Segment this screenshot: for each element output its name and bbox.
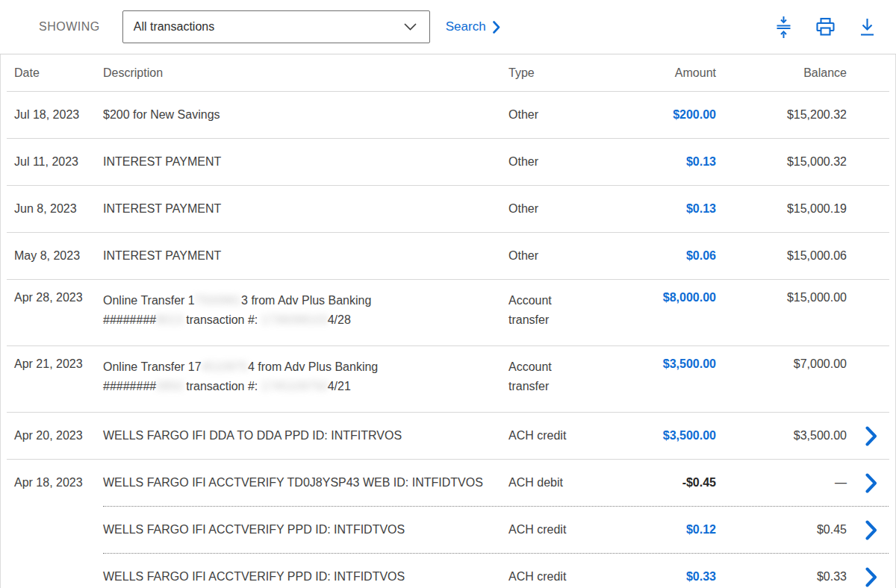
redacted-text: 7500981 — [195, 294, 241, 307]
redacted-text: 1745109750 — [261, 380, 328, 392]
transaction-balance: $7,000.00 — [716, 346, 847, 371]
download-button[interactable] — [858, 17, 877, 37]
search-link[interactable]: Search — [446, 19, 500, 34]
redacted-text: 4510975 — [202, 360, 248, 373]
table-header: DateDescriptionTypeAmountBalance — [1, 54, 895, 91]
transaction-chevron-cell — [847, 92, 895, 138]
redacted-text: 1736098103 — [261, 313, 328, 326]
transaction-type: ACH credit — [508, 567, 583, 587]
transaction-balance: $15,200.32 — [716, 108, 847, 122]
transaction-amount: $200.00 — [583, 108, 716, 122]
transaction-detail-button[interactable] — [865, 426, 877, 446]
transaction-date: Jul 18, 2023 — [1, 108, 103, 122]
transaction-detail-button[interactable] — [865, 520, 877, 540]
transactions-page: SHOWING All transactions Search — [0, 0, 896, 588]
transaction-balance: $15,000.00 — [716, 280, 847, 304]
transaction-chevron-cell — [847, 346, 895, 412]
transaction-type: ACH credit — [508, 426, 583, 445]
chevron-right-icon — [865, 567, 877, 587]
filter-selected-value: All transactions — [134, 20, 215, 34]
transaction-description: INTEREST PAYMENT — [103, 152, 508, 172]
transaction-amount: $3,500.00 — [583, 346, 716, 371]
transaction-type: Other — [508, 105, 583, 125]
transaction-amount: $0.12 — [583, 523, 716, 537]
collapse-rows-button[interactable] — [774, 16, 793, 39]
transaction-amount: $3,500.00 — [583, 429, 716, 442]
chevron-right-icon — [865, 426, 877, 446]
transaction-amount: $0.13 — [583, 202, 716, 216]
transaction-type: Account transfer — [508, 346, 583, 396]
print-icon — [815, 17, 836, 37]
transaction-description: Online Transfer 175009813 from Adv Plus … — [103, 280, 508, 330]
transaction-description: INTEREST PAYMENT — [103, 246, 508, 266]
transactions-filter-dropdown[interactable]: All transactions — [122, 10, 430, 43]
transaction-row: Apr 21, 2023Online Transfer 1745109754 f… — [1, 346, 895, 412]
column-header-type: Type — [508, 66, 583, 80]
transaction-balance: $15,000.32 — [716, 155, 847, 169]
transactions-toolbar: SHOWING All transactions Search — [0, 0, 896, 54]
download-icon — [858, 17, 877, 37]
chevron-down-icon — [404, 23, 417, 31]
transaction-detail-button[interactable] — [865, 567, 877, 587]
transaction-amount: $0.13 — [583, 155, 716, 169]
transaction-chevron-cell — [847, 460, 895, 506]
transaction-detail-button[interactable] — [865, 473, 877, 493]
transaction-type: ACH credit — [508, 520, 583, 539]
transaction-date: May 8, 2023 — [1, 249, 103, 263]
transaction-row: Apr 28, 2023Online Transfer 175009813 fr… — [1, 280, 895, 345]
transaction-row: Apr 18, 2023WELLS FARGO IFI ACCTVERIFY T… — [1, 460, 895, 506]
transaction-type: Other — [508, 199, 583, 219]
column-header-balance: Balance — [716, 66, 847, 80]
transaction-type: ACH debit — [508, 473, 583, 492]
transaction-description: WELLS FARGO IFI ACCTVERIFY TD0J8YSP43 WE… — [103, 473, 508, 492]
transaction-type: Other — [508, 246, 583, 266]
transaction-chevron-cell — [847, 280, 895, 345]
transaction-row: Jul 18, 2023$200 for New SavingsOther$20… — [1, 92, 895, 138]
transaction-chevron-cell — [847, 186, 895, 232]
transaction-chevron-cell — [847, 507, 895, 553]
transaction-balance: $0.33 — [716, 570, 847, 584]
transaction-description: WELLS FARGO IFI DDA TO DDA PPD ID: INTFI… — [103, 426, 508, 445]
transaction-description: WELLS FARGO IFI ACCTVERIFY PPD ID: INTFI… — [103, 520, 508, 539]
transaction-description: INTEREST PAYMENT — [103, 199, 508, 219]
chevron-right-icon — [865, 520, 877, 540]
showing-label: SHOWING — [39, 20, 100, 34]
print-button[interactable] — [815, 17, 836, 37]
redacted-text: 8013 — [156, 313, 183, 326]
column-header-description: Description — [103, 66, 508, 80]
transaction-type: Other — [508, 152, 583, 172]
transaction-amount: $8,000.00 — [583, 280, 716, 304]
transaction-date: Jun 8, 2023 — [1, 202, 103, 216]
transaction-balance: $0.45 — [716, 523, 847, 537]
chevron-right-icon — [493, 21, 500, 34]
transaction-type: Account transfer — [508, 280, 583, 330]
transaction-row: May 8, 2023INTEREST PAYMENTOther$0.06$15… — [1, 233, 895, 279]
transaction-chevron-cell — [847, 554, 895, 588]
transaction-row: Jul 11, 2023INTEREST PAYMENTOther$0.13$1… — [1, 139, 895, 185]
transaction-date: Apr 28, 2023 — [1, 280, 103, 304]
transaction-chevron-cell — [847, 413, 895, 459]
transaction-balance: $15,000.19 — [716, 202, 847, 216]
transaction-date: Apr 21, 2023 — [1, 346, 103, 371]
collapse-rows-icon — [774, 16, 793, 39]
transaction-amount: $0.06 — [583, 249, 716, 263]
transaction-amount: -$0.45 — [583, 476, 716, 490]
transaction-row: Jun 8, 2023INTEREST PAYMENTOther$0.13$15… — [1, 186, 895, 232]
transactions-body: Jul 18, 2023$200 for New SavingsOther$20… — [1, 92, 895, 588]
transaction-chevron-cell — [847, 233, 895, 279]
chevron-right-icon — [865, 473, 877, 493]
transaction-date: Apr 18, 2023 — [1, 476, 103, 490]
transaction-row: WELLS FARGO IFI ACCTVERIFY PPD ID: INTFI… — [1, 507, 895, 553]
transaction-balance: — — [716, 476, 847, 490]
column-header-amount: Amount — [583, 66, 716, 80]
transaction-date: Apr 20, 2023 — [1, 429, 103, 442]
transaction-description: $200 for New Savings — [103, 105, 508, 125]
transaction-row: Apr 20, 2023WELLS FARGO IFI DDA TO DDA P… — [1, 413, 895, 459]
transaction-date: Jul 11, 2023 — [1, 155, 103, 169]
transaction-description: Online Transfer 1745109754 from Adv Plus… — [103, 346, 508, 396]
transaction-row: WELLS FARGO IFI ACCTVERIFY PPD ID: INTFI… — [1, 554, 895, 588]
transactions-table: DateDescriptionTypeAmountBalance Jul 18,… — [0, 54, 896, 588]
search-label: Search — [446, 19, 486, 34]
transaction-balance: $3,500.00 — [716, 429, 847, 442]
column-header-date: Date — [1, 66, 103, 80]
